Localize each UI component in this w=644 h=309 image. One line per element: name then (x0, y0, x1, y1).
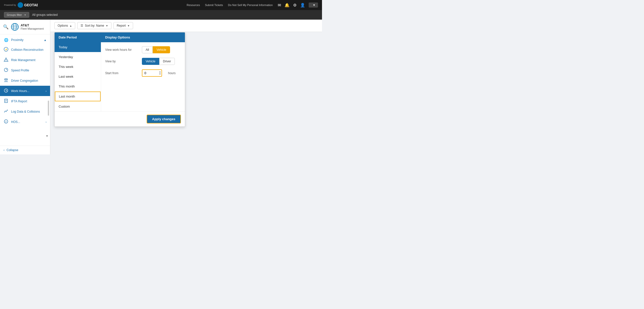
submit-tickets-link[interactable]: Submit Tickets (205, 4, 223, 7)
sort-arrow-icon: ▼ (106, 24, 108, 27)
view-by-driver-button[interactable]: Driver (159, 58, 175, 65)
svg-text:GEOTAB: GEOTAB (24, 3, 38, 7)
svg-point-13 (5, 79, 6, 80)
sidebar-item-hos[interactable]: ⏱ HOS... › (0, 117, 50, 127)
sidebar-item-proximity[interactable]: 🌐 Proximity ▲ (0, 35, 50, 45)
svg-text:⏱: ⏱ (5, 121, 7, 123)
speed-label: Speed Profile (11, 69, 29, 72)
sidebar-item-collision-reconstruction[interactable]: ⚡ Collision Reconstruction (0, 45, 50, 55)
sidebar-scrollbar[interactable] (48, 101, 49, 116)
spin-down-icon[interactable]: ▼ (159, 73, 161, 75)
options-panel: Date Period Display Options Today Yester… (54, 32, 185, 127)
vehicle-label: Vehicle (156, 48, 166, 52)
log-data-icon (4, 109, 9, 114)
content-toolbar: Options ▲ ☰ Sort by: Name ▼ Report ▼ (50, 20, 322, 32)
view-work-hours-vehicle-button[interactable]: Vehicle (153, 46, 170, 53)
congregation-icon (4, 78, 9, 83)
proximity-label: Proximity (11, 38, 23, 42)
start-from-label: Start from (105, 71, 138, 75)
collision-label: Collision Reconstruction (11, 48, 44, 52)
all-label: All (146, 48, 149, 52)
view-by-driver-label: Driver (163, 60, 171, 63)
user-dropdown[interactable]: ▼ (309, 3, 318, 8)
custom-label: Custom (59, 105, 70, 108)
date-item-this-month[interactable]: This month (55, 81, 101, 91)
last-week-label: Last week (59, 75, 73, 78)
view-work-hours-all-button[interactable]: All (142, 46, 153, 53)
panel-body: Today Yesterday This week Last week This… (55, 42, 185, 111)
hos-icon: ⏱ (4, 119, 9, 124)
sidebar-item-log-data[interactable]: Log Data & Collisions (0, 106, 50, 117)
sidebar-item-ifta-report[interactable]: IFTA Report (0, 96, 50, 106)
speed-icon (4, 68, 9, 73)
hos-chevron-icon: › (46, 120, 47, 123)
all-groups-selected-text: All groups selected (32, 13, 58, 17)
svg-line-17 (6, 91, 7, 91)
geotab-logo: Powered by GEOTAB (4, 2, 38, 8)
date-item-last-month[interactable]: Last month (55, 92, 101, 101)
number-spin-controls: ▲ ▼ (159, 71, 161, 75)
brand-name-text: AT&T (21, 23, 44, 27)
date-period-header: Date Period (55, 32, 101, 42)
start-from-input-wrap: 0 ▲ ▼ (142, 69, 162, 77)
groups-filter-button[interactable]: Groups filter ▼ (4, 12, 29, 18)
view-by-label: View by (105, 60, 138, 63)
mail-icon[interactable]: ✉ (278, 3, 281, 8)
bell-icon[interactable]: 🔔 (285, 3, 290, 8)
content-area: Options ▲ ☰ Sort by: Name ▼ Report ▼ Dat… (50, 20, 322, 154)
sidebar-collapse-button[interactable]: ‹ Collapse (0, 146, 50, 154)
sort-button[interactable]: ☰ Sort by: Name ▼ (77, 22, 111, 29)
risk-icon (4, 57, 9, 63)
date-period-list: Today Yesterday This week Last week This… (55, 42, 101, 111)
sidebar-item-work-hours[interactable]: Work Hours... › (0, 86, 50, 96)
gear-icon[interactable]: ⚙ (293, 3, 297, 8)
date-item-custom[interactable]: Custom (55, 102, 101, 111)
sidebar-header: 🔍 AT&T Fleet Management (0, 20, 50, 34)
date-item-today[interactable]: Today (55, 42, 101, 52)
display-options-panel: View work hours for All Vehicle View (101, 42, 185, 111)
groups-filter-bar: Groups filter ▼ All groups selected (0, 10, 322, 20)
sort-label: Sort by: Name (85, 24, 104, 27)
view-by-vehicle-label: Vehicle (146, 60, 155, 63)
hours-label: hours (168, 71, 176, 75)
yesterday-label: Yesterday (59, 55, 73, 59)
sidebar-item-speed-profile[interactable]: Speed Profile (0, 65, 50, 75)
powered-by-text: Powered by (4, 4, 16, 7)
panel-header: Date Period Display Options (55, 32, 185, 42)
apply-changes-label: Apply changes (152, 117, 175, 121)
view-work-hours-row: View work hours for All Vehicle (105, 46, 181, 53)
sidebar-item-risk-management[interactable]: Risk Management (0, 55, 50, 65)
groups-filter-label: Groups filter (7, 13, 22, 16)
search-icon[interactable]: 🔍 (3, 24, 9, 30)
proximity-icon: 🌐 (4, 38, 9, 42)
date-item-this-week[interactable]: This week (55, 62, 101, 72)
view-by-toggle: Vehicle Driver (142, 58, 175, 65)
panel-footer: Apply changes (55, 111, 185, 126)
date-item-yesterday[interactable]: Yesterday (55, 52, 101, 62)
geotab-wordmark-icon: GEOTAB (18, 2, 38, 8)
brand-sub-text: Fleet Management (21, 27, 44, 30)
sort-icon: ☰ (80, 24, 83, 27)
ifta-icon (4, 99, 9, 104)
user-icon[interactable]: 👤 (300, 3, 305, 8)
do-not-sell-link[interactable]: Do Not Sell My Personal Information (228, 4, 273, 7)
sidebar-item-driver-congregation[interactable]: Driver Congregation (0, 75, 50, 86)
top-nav-right: Resources Submit Tickets Do Not Sell My … (187, 3, 318, 8)
groups-filter-arrow-icon: ▼ (24, 14, 26, 16)
options-label: Options (58, 24, 68, 27)
view-by-vehicle-button[interactable]: Vehicle (142, 58, 159, 65)
main-layout: 🔍 AT&T Fleet Management 🌐 (0, 20, 322, 154)
user-dropdown-arrow: ▼ (313, 4, 315, 7)
report-button[interactable]: Report ▼ (113, 22, 133, 29)
spin-up-icon[interactable]: ▲ (159, 71, 161, 73)
report-arrow-icon: ▼ (127, 24, 130, 27)
apply-changes-button[interactable]: Apply changes (147, 115, 181, 123)
top-nav-left: Powered by GEOTAB (4, 2, 38, 8)
resources-link[interactable]: Resources (187, 4, 200, 7)
view-work-hours-label: View work hours for (105, 48, 138, 52)
work-hours-label: Work Hours... (11, 89, 29, 93)
today-label: Today (59, 45, 67, 49)
options-button[interactable]: Options ▲ (54, 22, 75, 29)
date-item-last-week[interactable]: Last week (55, 72, 101, 81)
options-arrow-icon: ▲ (69, 24, 72, 27)
